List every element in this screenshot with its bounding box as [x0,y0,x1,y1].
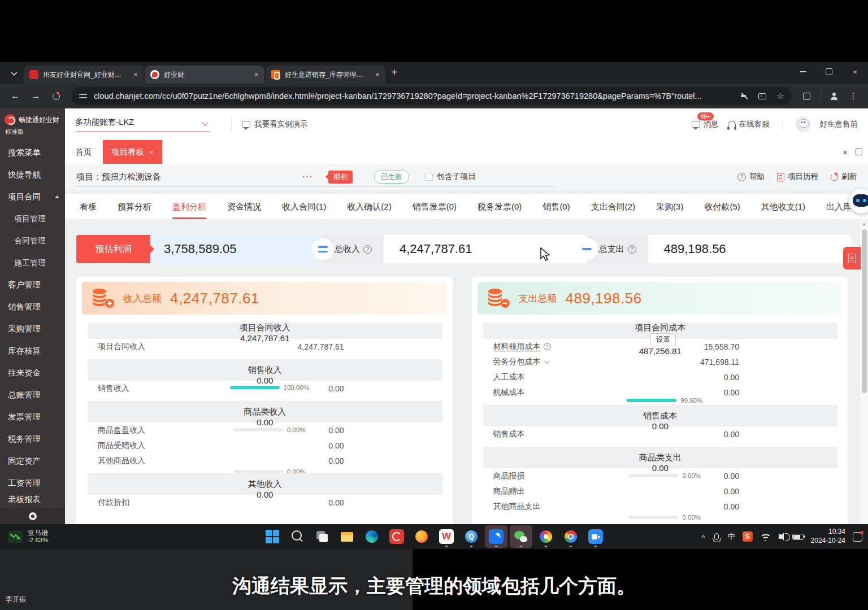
sidebar-item[interactable]: 库存核算 [0,340,65,362]
sidebar-item[interactable]: 搜索菜单 [0,142,65,164]
sidebar-item[interactable]: 采购管理 [0,318,65,340]
project-history-button[interactable]: 项目历程 [777,172,818,182]
chanjet-app-icon[interactable] [385,525,408,548]
tab-home[interactable]: 首页 [75,147,92,158]
wps-icon[interactable] [435,525,458,548]
detail-tab[interactable]: 预算分析 [118,202,151,212]
help-icon[interactable]: ? [628,245,636,254]
detail-tab[interactable]: 销售(0) [542,202,570,212]
sidebar-item[interactable]: 固定资产 [0,450,65,472]
help-icon[interactable]: ? [544,343,551,350]
wechat-icon[interactable] [510,525,532,548]
sidebar-item[interactable]: 税务管理 [0,428,65,450]
browser-menu-icon[interactable]: ⋮ [845,88,861,104]
detail-tab[interactable]: 支出合同(2) [591,202,635,212]
sidebar-item[interactable]: 总账管理 [0,384,65,406]
chrome-icon[interactable] [559,525,582,548]
qq-browser-icon[interactable] [460,525,483,548]
detail-tab[interactable]: 销售发票(0) [413,202,457,212]
ime-indicator[interactable]: 中 [728,531,735,542]
search-icon[interactable] [286,525,309,548]
firefox-icon[interactable] [410,525,433,548]
file-explorer-icon[interactable] [336,525,358,548]
detail-tab[interactable]: 资金情况 [227,202,261,212]
forward-button[interactable]: → [27,88,44,104]
sidebar-item[interactable]: 工资管理 [0,472,65,494]
back-button[interactable]: ← [7,88,24,104]
close-all-icon[interactable]: × [843,147,848,157]
start-button[interactable] [261,525,284,548]
browser-tab[interactable]: 用友好业财官网_好业财报价_a × [24,66,144,84]
floating-report-button[interactable] [843,247,861,269]
gear-icon[interactable] [29,512,37,520]
minimize-button[interactable] [790,62,816,81]
tab-close-icon[interactable]: × [149,148,154,156]
battery-icon[interactable] [792,534,804,540]
tab-project-kanban[interactable]: 项目看板 × [103,140,162,164]
sidebar-item[interactable]: 发票管理 [0,406,65,428]
bluebird-app-icon[interactable] [485,525,507,548]
detail-tab[interactable]: 采购(3) [656,202,683,212]
sogou-input-icon[interactable]: S [743,531,753,542]
tray-expand-icon[interactable]: ^ [702,533,705,542]
maximize-button[interactable] [816,62,842,81]
browser-tab[interactable]: 好生意进销存_库存管理软件系 × [266,66,385,84]
sidebar-item[interactable]: 项目管理 [0,208,65,230]
sidebar-item[interactable]: 客户管理 [0,274,65,296]
sidebar-item[interactable]: 项目合同 [0,186,65,208]
checkbox-icon[interactable] [425,173,433,181]
messages-button[interactable]: 99+ 消息 [692,119,719,129]
tab-close-icon[interactable]: × [132,70,139,79]
detail-tab[interactable]: 税务发票(0) [478,202,522,212]
help-button[interactable]: ?帮助 [737,172,765,182]
site-info-icon[interactable] [79,93,88,99]
edge-icon[interactable] [361,525,383,548]
reload-button[interactable] [47,88,64,104]
detail-tab[interactable]: 其他收支(1) [761,202,805,212]
address-bar[interactable]: cloud.chanjet.com/cc/u0f07putz1ne/6chlgh… [71,87,792,105]
meeting-app-icon[interactable] [584,525,607,548]
tab-close-icon[interactable]: × [374,70,381,79]
detail-tab[interactable]: 看板 [80,202,97,212]
vertical-scrollbar[interactable]: ▲ [860,220,868,524]
notification-center-icon[interactable] [853,532,862,542]
online-service-button[interactable]: 在线客服 [728,119,770,129]
microphone-icon[interactable] [714,533,719,540]
task-view-icon[interactable] [311,525,333,548]
include-subprojects-checkbox[interactable]: 包含子项目 [425,172,476,182]
tab-close-icon[interactable]: × [253,70,260,79]
mute-tab-icon[interactable] [736,88,752,104]
profile-icon[interactable] [826,88,842,104]
detail-tab[interactable]: 收付款(5) [704,202,740,212]
bookmark-star-icon[interactable]: ☆ [772,88,788,104]
speaker-icon[interactable] [779,534,782,539]
stock-widget[interactable]: 亚马逊 -2.63% [8,524,48,549]
account-selector[interactable]: 多功能账套-LKZ [75,117,210,132]
user-avatar[interactable] [795,116,811,132]
detail-tab[interactable]: 收入确认(2) [347,202,391,212]
sidebar-item[interactable]: 老板报表 [0,494,65,506]
browser-tab[interactable]: 好业财 × [145,66,264,84]
scroll-up-icon[interactable]: ▲ [862,221,866,226]
clock[interactable]: 10:34 2024-10-24 [811,528,845,545]
refresh-button[interactable]: 刷新 [831,172,857,182]
fullscreen-icon[interactable] [856,149,862,155]
settings-button[interactable]: 设置 [650,333,676,346]
project-name[interactable]: 预扭力检测设备 [102,172,161,182]
more-options-icon[interactable]: ··· [302,172,314,181]
detail-tab[interactable]: 收入合同(1) [282,202,326,212]
color-wheel-app-icon[interactable] [535,525,557,548]
install-app-icon[interactable] [754,88,770,104]
scrollbar-thumb[interactable] [862,229,867,393]
help-icon[interactable]: ? [363,245,372,254]
sidebar-item[interactable]: 合同管理 [0,230,65,252]
sidebar-item[interactable]: 往来资金 [0,362,65,384]
tab-search-icon[interactable] [7,66,21,81]
extensions-icon[interactable] [798,88,814,104]
sidebar-item[interactable]: 施工管理 [0,252,65,274]
new-tab-button[interactable]: + [391,66,398,79]
demo-link[interactable]: 我要看实例演示 [242,119,308,129]
wifi-icon[interactable] [760,532,771,541]
sidebar-item[interactable]: 快捷导航 [0,164,65,186]
sidebar-item[interactable]: 销售管理 [0,296,65,318]
